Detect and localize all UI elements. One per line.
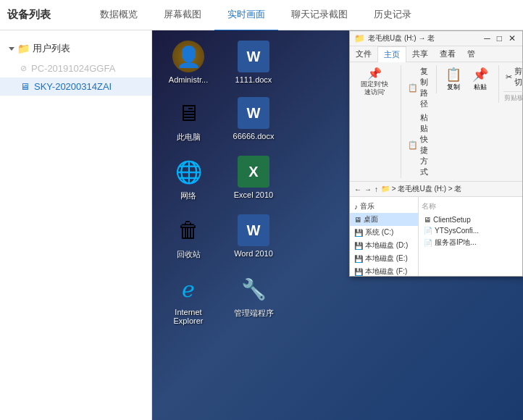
desktop-icon-manager[interactable]: 🔧 管理端程序 [225, 270, 283, 328]
fe-tree-d[interactable]: 💾 本地磁盘 (D:) [350, 239, 418, 252]
nav-tab-screenshot[interactable]: 屏幕截图 [151, 0, 214, 31]
folder-icon: 📁 [17, 43, 30, 54]
fe-tab-manage[interactable]: 管 [461, 46, 481, 62]
fe-drive-d-icon: 💾 [354, 242, 363, 250]
desktop-icon-network[interactable]: 🌐 网络 [159, 153, 217, 204]
fe-music-icon: ♪ [354, 203, 358, 211]
admin-icon: 👤 [172, 41, 204, 72]
fe-cut-btn[interactable]: ✂ 剪切 [503, 65, 523, 88]
desktop-icon-admin[interactable]: 👤 Administr... [159, 38, 217, 87]
fe-tree-e[interactable]: 💾 本地磁盘 (E:) [350, 252, 418, 265]
expand-icon [9, 47, 14, 51]
fe-tab-home[interactable]: 主页 [377, 46, 406, 62]
sidebar-item-pc2-label: SKY-20200314ZAI [34, 81, 112, 92]
fe-copy-btn[interactable]: 📋 复制 [441, 65, 466, 93]
desktop-icon-word3[interactable]: W Word 2010 [225, 211, 283, 263]
fe-window-controls: ─ □ ✕ [482, 33, 518, 43]
recycle-icon: 🗑 [172, 214, 204, 246]
fe-tree-music[interactable]: ♪ 音乐 [350, 200, 418, 213]
nav-tab-realtime[interactable]: 实时画面 [214, 0, 278, 31]
fe-body: ♪ 音乐 🖥 桌面 💾 系统 (C:) [350, 197, 522, 276]
page-title: 设备列表 [7, 8, 65, 22]
fe-back-btn[interactable]: ← [354, 185, 361, 193]
fe-copy-group: 📋 复制路径 📋 粘贴快捷方式 [401, 65, 430, 178]
fe-copy-path-btn[interactable]: 📋 复制路径 [406, 65, 430, 110]
excel-icon: X [238, 156, 269, 188]
fe-file-label-3: 服务器IP地... [435, 238, 477, 248]
desktop-icon-word1[interactable]: W 1111.docx [225, 38, 283, 87]
fe-ribbon-content: 📌 固定到'快速访问' 📋 复制路径 📋 [350, 62, 522, 181]
pc-label: 此电脑 [177, 132, 201, 143]
fe-up-btn[interactable]: ↑ [375, 185, 378, 193]
word-icon-3: W [238, 214, 269, 246]
desktop-icon-word2[interactable]: W 66666.docx [225, 94, 283, 146]
nav-tab-chat-screenshot[interactable]: 聊天记录截图 [278, 0, 361, 31]
fe-file-clientsetup[interactable]: 🖥 ClientSetup [422, 214, 519, 225]
fe-file-server-ip[interactable]: 📄 服务器IP地... [422, 236, 519, 249]
fe-forward-btn[interactable]: → [364, 185, 372, 193]
word2010-label: Word 2010 [234, 249, 273, 258]
fe-copy-path-label: 复制路径 [420, 66, 428, 109]
fe-tree-c[interactable]: 💾 系统 (C:) [350, 226, 418, 239]
word-icon-2: W [238, 97, 269, 129]
fe-copy-path-icon: 📋 [408, 83, 418, 93]
desktop-icon-pc[interactable]: 🖥 此电脑 [159, 94, 217, 146]
desktop-icons: 👤 Administr... W 1111.docx 🖥 此电脑 [159, 38, 283, 328]
fe-paste-btn[interactable]: 📌 粘贴 [468, 65, 493, 93]
fe-paste-shortcut-label: 粘贴快捷方式 [420, 112, 428, 177]
word2-label: 66666.docx [233, 132, 275, 140]
fe-pin-btn[interactable]: 📌 固定到'快速访问' [354, 65, 395, 98]
sidebar-item-pc2[interactable]: 🖥 SKY-20200314ZAI [0, 77, 151, 96]
fe-desktop-icon: 🖥 [354, 216, 361, 224]
fe-tree-e-label: 本地磁盘 (E:) [365, 253, 408, 264]
fe-tab-view[interactable]: 查看 [434, 46, 461, 62]
sidebar-item-pc1[interactable]: ⊘ PC-20191024GGFA [0, 59, 151, 77]
fe-maximize-btn[interactable]: □ [495, 33, 504, 43]
fe-tree-f[interactable]: 💾 本地磁盘 (F:) [350, 265, 418, 276]
disabled-icon: ⊘ [20, 64, 27, 73]
fe-copy-icon: 📋 [445, 67, 461, 83]
excel-label: Excel 2010 [234, 190, 273, 199]
desktop-icon-ie[interactable]: ℯ Internet Explorer [159, 270, 217, 328]
desktop-icon-excel[interactable]: X Excel 2010 [225, 153, 283, 204]
fe-copypaste-group: 📋 复制 📌 粘贴 [436, 65, 493, 93]
file-explorer-window: 📁 老毛桃U盘 (H:) → 老 ─ □ ✕ 文件 主页 共享 [349, 30, 523, 277]
nav-tab-data-overview[interactable]: 数据概览 [87, 0, 151, 31]
fe-tab-file[interactable]: 文件 [350, 46, 377, 62]
fe-file-ytconf[interactable]: 📄 YTSysConfi... [422, 225, 519, 236]
fe-drive-f-icon: 💾 [354, 268, 363, 276]
fe-files-header: 名称 [422, 200, 519, 214]
fe-file-icon-1: 🖥 [424, 216, 431, 224]
fe-tree-music-label: 音乐 [360, 201, 375, 211]
fe-minimize-btn[interactable]: ─ [482, 33, 493, 43]
fe-title-bar: 📁 老毛桃U盘 (H:) → 老 ─ □ ✕ [350, 31, 522, 46]
fe-pin-label: 固定到'快速访问' [359, 80, 390, 96]
fe-cut-group: ✂ 剪切 剪贴板 [498, 65, 523, 103]
fe-file-icon-2: 📄 [424, 227, 432, 235]
fe-title-text: 老毛桃U盘 (H:) → 老 [368, 33, 479, 43]
pc-icon: 🖥 [172, 97, 204, 129]
fe-tree-c-label: 系统 (C:) [365, 227, 393, 238]
fe-paste-icon: 📌 [472, 67, 488, 83]
fe-address-bar[interactable]: ← → ↑ 📁 > 老毛桃U盘 (H:) > 老 [350, 182, 522, 197]
fe-drive-e-icon: 💾 [354, 255, 363, 263]
fe-cut-icon: ✂ [506, 72, 512, 82]
nav-tab-history[interactable]: 历史记录 [361, 0, 424, 31]
sidebar-section-label: 用户列表 [33, 42, 70, 55]
fe-files-panel: 名称 🖥 ClientSetup 📄 YTSysConfi... 📄 [419, 197, 522, 276]
top-nav: 设备列表 数据概览屏幕截图实时画面聊天记录截图历史记录 [0, 0, 523, 30]
main-layout: 📁 用户列表 ⊘ PC-20191024GGFA 🖥 SKY-20200314Z… [0, 30, 523, 420]
fe-paste-shortcut-btn[interactable]: 📋 粘贴快捷方式 [406, 112, 430, 178]
fe-address-text: 📁 > 老毛桃U盘 (H:) > 老 [381, 184, 518, 194]
fe-copy-label: 复制 [447, 83, 460, 92]
fe-close-btn[interactable]: ✕ [506, 33, 518, 43]
desktop-icon-recycle[interactable]: 🗑 回收站 [159, 211, 217, 263]
fe-tab-share[interactable]: 共享 [406, 46, 434, 62]
content-area: 👤 Administr... W 1111.docx 🖥 此电脑 [152, 30, 523, 420]
fe-tree-desktop-label: 桌面 [364, 214, 378, 224]
fe-file-icon-3: 📄 [424, 239, 432, 247]
ie-icon: ℯ [172, 273, 204, 305]
fe-clipboard-label: 剪贴板 [503, 91, 523, 103]
fe-tree-desktop[interactable]: 🖥 桌面 [350, 213, 418, 226]
sidebar: 📁 用户列表 ⊘ PC-20191024GGFA 🖥 SKY-20200314Z… [0, 30, 152, 420]
